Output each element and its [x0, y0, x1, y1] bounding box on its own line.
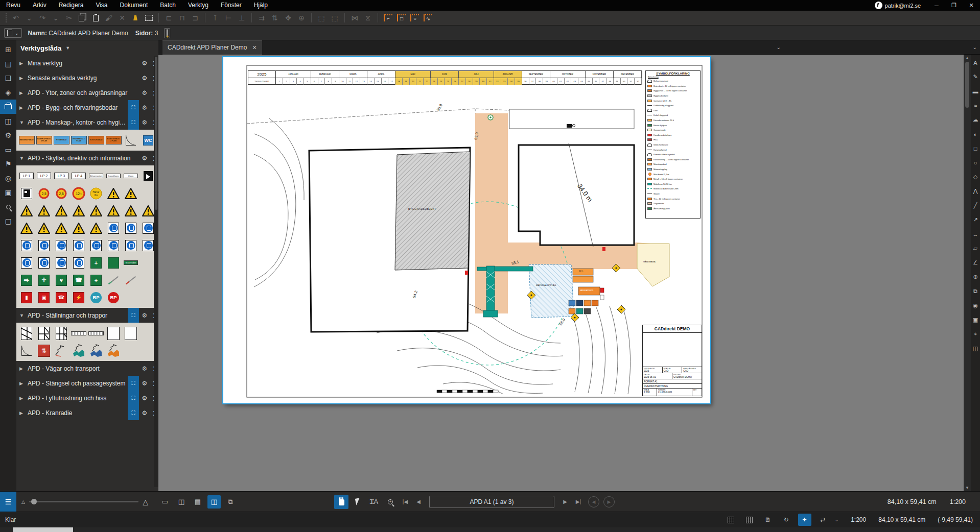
undo-button[interactable]: ↶	[10, 12, 22, 24]
restore-button[interactable]: ❐	[945, 0, 963, 11]
copy-button[interactable]	[76, 12, 88, 24]
scale-badge[interactable]: ⛶	[128, 391, 139, 405]
tool-tri[interactable]	[36, 203, 52, 219]
tool-redalarm[interactable]: ▣	[36, 289, 52, 305]
tool-blue[interactable]	[36, 237, 52, 253]
group-button[interactable]: ⬚	[315, 12, 328, 24]
area-icon[interactable]: ▱	[971, 241, 980, 255]
section-apd-ytor-zoner-och-avgr-nsningar[interactable]: ▶APD - Ytor, zoner och avgränsningar⚙❯	[16, 85, 158, 100]
arrow-icon[interactable]: ↗	[971, 213, 980, 227]
flip-horizontal-button[interactable]: ⋈	[348, 12, 361, 24]
rectangle-icon[interactable]: □	[971, 141, 980, 155]
dimension-icon[interactable]: ↔	[971, 227, 980, 241]
view-sidebyside-button[interactable]: ◫	[175, 495, 188, 509]
view-single-button[interactable]: ▭	[158, 495, 172, 509]
section-apd-st-ngsel-och-passagesystem[interactable]: ▶APD - Stängsel och passagesystem⛶⚙❯	[16, 376, 158, 391]
tool-lad2[interactable]	[36, 325, 52, 341]
markups-icon[interactable]: ⚑	[0, 157, 16, 171]
tool-plank[interactable]	[88, 325, 104, 341]
panel-scrollbar[interactable]	[154, 56, 158, 487]
screens-icon[interactable]: ▢	[0, 214, 16, 228]
document-type-dropdown[interactable]: ⌄	[4, 28, 22, 38]
tool-redphone[interactable]: ☎	[53, 289, 69, 305]
scroll-up-icon[interactable]: ▲	[965, 56, 969, 60]
tool-swatch[interactable]: MANSKAPSBOD	[18, 132, 35, 148]
snap-grid-button[interactable]	[743, 514, 756, 526]
align-center-button[interactable]: ⊓	[176, 12, 188, 24]
menu-verktyg[interactable]: Verktyg	[182, 0, 215, 11]
send-up-button[interactable]: ⇅	[269, 12, 281, 24]
tool-tri[interactable]	[53, 203, 69, 219]
ungroup-button[interactable]: ⬚	[329, 12, 341, 24]
panel-title[interactable]: Verktygslåda ▼	[16, 40, 158, 56]
menu-dokument[interactable]: Dokument	[114, 0, 154, 11]
tool-plank[interactable]	[71, 325, 87, 341]
section-apd-bygg-och-f-rvaringsbodar[interactable]: ▶APD - Bygg- och förvaringsbodar⛶⚙❯	[16, 100, 158, 115]
select-text-button[interactable]: ꞮA	[367, 495, 381, 509]
prev-page-button[interactable]: ◀	[413, 499, 424, 504]
ellipse-icon[interactable]: ○	[971, 156, 980, 170]
scroll-down-icon[interactable]: ▼	[965, 486, 969, 490]
tool-blue[interactable]	[18, 255, 35, 271]
snapshot-icon[interactable]: ⧉	[971, 284, 980, 298]
history-back-button[interactable]: ◀	[588, 496, 599, 507]
tool-panel[interactable]	[123, 325, 139, 341]
highlighter-icon[interactable]: ▬	[971, 84, 980, 98]
split-icon[interactable]: ◫	[971, 342, 980, 355]
grid-toggle-button[interactable]	[725, 514, 738, 526]
file-access-icon[interactable]: ▤	[0, 57, 16, 71]
stamp-icon[interactable]: ◉	[971, 299, 980, 312]
gear-icon[interactable]: ⚙	[139, 380, 150, 387]
tool-swatch[interactable]: HYGIENBOD	[53, 132, 69, 148]
align-right-button[interactable]: ⊐	[189, 12, 201, 24]
tool-swatch[interactable]: KONTORSBOD 2 PLAN	[105, 132, 122, 148]
tool-panel[interactable]	[105, 325, 122, 341]
sketch-polygon-button[interactable]: ⌐	[382, 12, 394, 24]
tool-greenplain[interactable]	[105, 255, 122, 271]
next-page-button[interactable]: ▶	[559, 499, 571, 504]
tool-tri[interactable]	[18, 203, 35, 219]
tool-tri[interactable]	[18, 220, 35, 236]
menu-fnster[interactable]: Fönster	[215, 0, 248, 11]
scrollbar-thumb[interactable]	[965, 62, 969, 108]
gear-icon[interactable]: ⚙	[139, 155, 150, 162]
document-tab[interactable]: CADdirekt APD Planer Demo ✕	[162, 40, 262, 55]
scale-badge[interactable]: ⛶	[128, 308, 139, 323]
tool-lp[interactable]: LP 1	[18, 168, 35, 184]
tool-blue[interactable]	[105, 220, 122, 236]
tool-lp[interactable]: LP 2	[36, 168, 52, 184]
section-senaste-anv-nda-verktyg[interactable]: ▶Senaste använda verktyg⚙❯	[16, 70, 158, 85]
pan-tool-button[interactable]	[334, 495, 348, 509]
last-page-button[interactable]: ▶|	[573, 499, 584, 504]
panel-collapse-chevron-icon[interactable]: ⌄	[973, 44, 977, 50]
tool-greenexit[interactable]: ⮕	[18, 272, 35, 288]
tool-lp[interactable]: LP 3	[53, 168, 69, 184]
tool-greenplus[interactable]: +	[88, 255, 104, 271]
tool-lp[interactable]: LP 4	[71, 168, 87, 184]
tool-tri[interactable]	[123, 203, 139, 219]
properties-icon[interactable]: ⚙	[0, 128, 16, 142]
tool-tri[interactable]	[36, 220, 52, 236]
tool-size-slider[interactable]: △ △	[16, 498, 153, 506]
polygon-icon[interactable]: ◇	[971, 170, 980, 184]
redo-expand-button[interactable]: ⌄	[50, 12, 62, 24]
tool-tri[interactable]	[105, 185, 122, 201]
section-apd-lyftutrustning-och-hiss[interactable]: ▶APD - Lyftutrustning och hiss⛶⚙❯	[16, 391, 158, 405]
snapshot-button[interactable]	[143, 12, 155, 24]
sketch-rectangle-button[interactable]: □	[395, 12, 407, 24]
menu-redigera[interactable]: Redigera	[53, 0, 90, 11]
scale-badge[interactable]: ⛶	[128, 376, 139, 391]
tool-bp[interactable]: BP	[88, 289, 104, 305]
tool-greenmini[interactable]: NÖDUTGÅNG	[123, 255, 139, 271]
cut-button[interactable]: ✂	[63, 12, 75, 24]
drawing-canvas[interactable]: 2025 250501/250831 JANUARI12345FEBRUARI6…	[158, 55, 964, 491]
slider-track[interactable]	[29, 501, 138, 502]
tool-greenassembly[interactable]: ✛	[36, 272, 52, 288]
gear-icon[interactable]: ⚙	[139, 104, 150, 111]
tool-arc[interactable]	[123, 132, 139, 148]
minimize-button[interactable]: ─	[928, 0, 945, 11]
sketch-ellipse-button[interactable]: ○	[408, 12, 421, 24]
tool-stairs[interactable]	[71, 343, 87, 358]
history-forward-button[interactable]: ▶	[603, 496, 615, 507]
zoom-tool-button[interactable]: +	[383, 495, 398, 509]
